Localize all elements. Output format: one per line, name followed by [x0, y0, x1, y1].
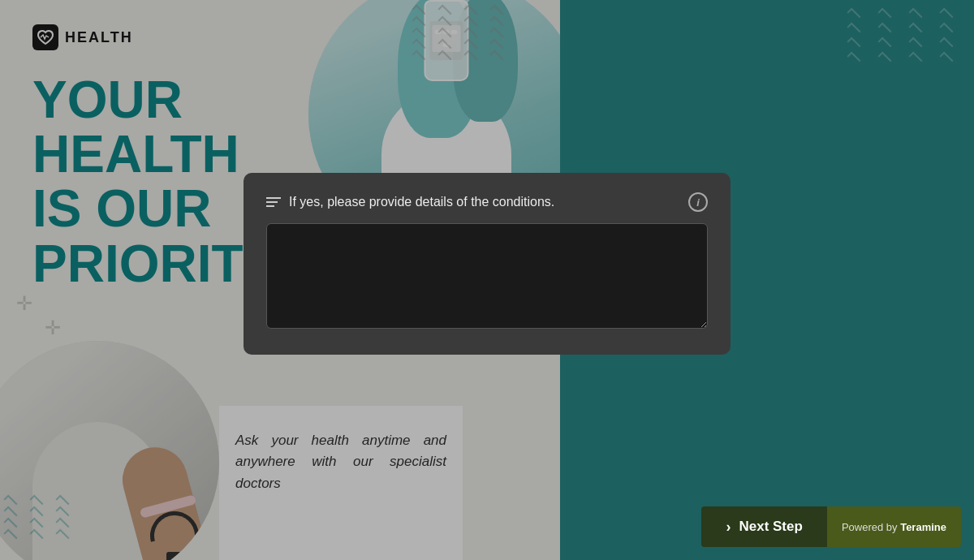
powered-by-prefix: Powered by [842, 521, 898, 533]
powered-by-brand: Teramine [900, 521, 946, 533]
footer-bar: › Next Step Powered by Teramine [701, 506, 961, 547]
powered-by-label: Powered by Teramine [827, 506, 961, 547]
conditions-textarea[interactable] [266, 223, 708, 329]
question-text: If yes, please provide details of the co… [289, 195, 554, 209]
info-icon[interactable]: i [688, 192, 708, 212]
modal-header: If yes, please provide details of the co… [266, 192, 708, 212]
info-icon-label: i [696, 196, 700, 209]
next-step-label: Next Step [739, 519, 802, 535]
modal-question: If yes, please provide details of the co… [266, 195, 688, 209]
next-arrow-icon: › [726, 519, 730, 536]
modal-overlay: If yes, please provide details of the co… [0, 0, 974, 560]
modal-dialog: If yes, please provide details of the co… [244, 173, 730, 355]
next-step-button[interactable]: › Next Step [701, 506, 826, 547]
list-icon [266, 197, 281, 207]
